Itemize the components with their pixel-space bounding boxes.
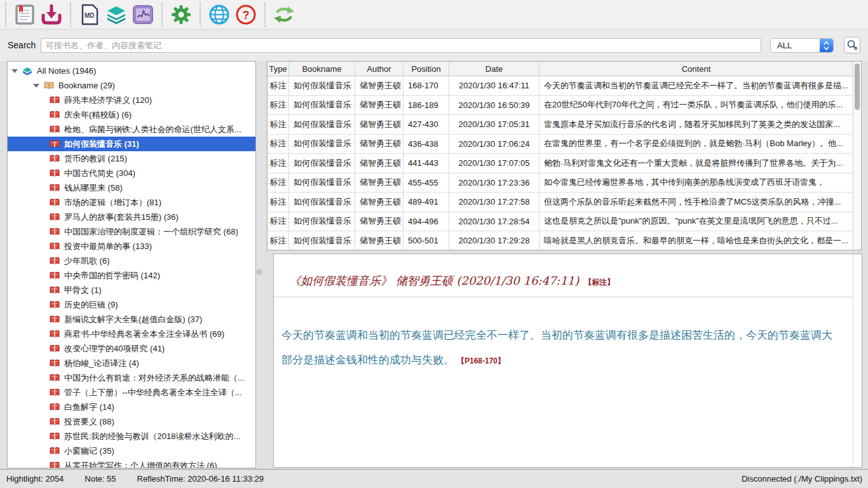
detail-scrollbar[interactable] bbox=[853, 254, 862, 467]
import-download-button[interactable] bbox=[38, 2, 65, 27]
tree-item-book[interactable]: 钱从哪里来 (58) bbox=[8, 180, 255, 195]
svg-text:?: ? bbox=[243, 8, 250, 21]
cell-type: 标注 bbox=[268, 135, 289, 154]
tree-item-book[interactable]: 庆余年(精校版) (6) bbox=[8, 107, 255, 122]
web-button[interactable] bbox=[206, 2, 233, 27]
tree-item-book[interactable]: 杨伯峻_论语译注 (4) bbox=[8, 356, 255, 370]
tree-item-book[interactable]: 少年凯歌 (6) bbox=[8, 254, 255, 268]
tree-item-book[interactable]: 商君书-中华经典名著全本全注全译丛书 (69) bbox=[8, 327, 255, 341]
tree-item-book[interactable]: 薛兆丰经济学讲义 (120) bbox=[8, 93, 255, 107]
table-row[interactable]: 标注如何假装懂音乐储智勇王硕427-4302020/1/30 17:05:31雷… bbox=[268, 115, 853, 135]
tree-label: Bookname (29) bbox=[58, 81, 115, 90]
book-icon bbox=[50, 257, 60, 265]
layers-export-button[interactable] bbox=[103, 2, 130, 27]
tree-item-book[interactable]: 中国国家治理的制度逻辑：一个组织学研究 (68) bbox=[8, 224, 255, 239]
tree-item-book[interactable]: 中国古代简史 (304) bbox=[8, 166, 255, 180]
book-label: 中央帝国的哲学密码 (142) bbox=[64, 270, 160, 281]
detail-divider bbox=[274, 297, 853, 297]
chevron-up-down-icon bbox=[820, 39, 833, 52]
tree-item-book[interactable]: 投资中最简单的事 (133) bbox=[8, 239, 255, 254]
table-scrollbar[interactable] bbox=[853, 62, 861, 250]
toolbar-separator bbox=[264, 3, 266, 27]
table-scrollbar-thumb[interactable] bbox=[855, 64, 860, 110]
note-count: Note: 55 bbox=[85, 474, 116, 484]
cell-position: 455-455 bbox=[403, 173, 449, 193]
tree-item-book[interactable]: 改变心理学的40项研究 (41) bbox=[8, 341, 255, 356]
tree-item-book[interactable]: 如何假装懂音乐 (31) bbox=[8, 137, 255, 151]
book-label: 中国国家治理的制度逻辑：一个组织学研究 (68) bbox=[64, 226, 238, 238]
disclosure-triangle-icon[interactable] bbox=[11, 69, 18, 73]
cell-position: 489-491 bbox=[403, 193, 449, 212]
column-header-content[interactable]: Content bbox=[539, 62, 853, 76]
tree-item-book[interactable]: 新编说文解字大全集(超值白金版) (37) bbox=[8, 312, 255, 327]
settings-button[interactable] bbox=[168, 2, 194, 27]
tree-item-book[interactable]: 枪炮、病菌与钢铁:人类社会的命运(世纪人文系... bbox=[8, 122, 255, 137]
column-header-bookname[interactable]: Bookname bbox=[289, 62, 355, 76]
cell-position: 168-170 bbox=[403, 76, 449, 95]
tree-item-book[interactable]: 市场的逻辑（增订本）(81) bbox=[8, 195, 255, 210]
book-icon bbox=[50, 140, 60, 148]
tree-item-book[interactable]: 货币的教训 (215) bbox=[8, 151, 255, 166]
import-download-icon bbox=[41, 4, 62, 25]
sync-refresh-button[interactable] bbox=[271, 2, 297, 27]
tree-item-book[interactable]: 从零开始学写作：个人增值的有效方法 (6) bbox=[8, 458, 255, 468]
table-row[interactable]: 标注如何假装懂音乐储智勇王硕455-4552020/1/30 17:23:36如… bbox=[268, 173, 853, 193]
tree-item-book[interactable]: 罗马人的故事(套装共15册) (36) bbox=[8, 210, 255, 224]
book-label: 投资中最简单的事 (133) bbox=[64, 241, 152, 252]
tree-item-book[interactable]: 中国为什么有前途：对外经济关系的战略潜能（... bbox=[8, 370, 255, 385]
book-icon bbox=[50, 344, 60, 353]
table-row[interactable]: 标注如何假装懂音乐储智勇王硕168-1702020/1/30 16:47:11今… bbox=[268, 76, 853, 96]
table-row[interactable]: 标注如何假装懂音乐储智勇王硕441-4432020/1/30 17:07:05鲍… bbox=[268, 154, 853, 173]
settings-gear-icon bbox=[170, 4, 192, 25]
tree-item-bookname-group[interactable]: Bookname (29) bbox=[8, 78, 255, 93]
book-icon bbox=[50, 227, 60, 236]
book-label: 商君书-中华经典名著全本全注全译丛书 (69) bbox=[64, 329, 224, 340]
cell-bookname: 如何假装懂音乐 bbox=[289, 115, 355, 134]
detail-type-tag: 【标注】 bbox=[584, 278, 614, 287]
tree-item-book[interactable]: 管子（上下册）--中华经典名著全本全注全译（... bbox=[8, 385, 255, 400]
table-row[interactable]: 标注如何假装懂音乐储智勇王硕436-4382020/1/30 17:06:24在… bbox=[268, 135, 853, 154]
book-icon bbox=[50, 198, 60, 207]
column-header-date[interactable]: Date bbox=[449, 62, 539, 76]
search-scope-dropdown[interactable]: ALL bbox=[770, 38, 834, 53]
search-button[interactable] bbox=[844, 37, 860, 53]
cell-position: 427-430 bbox=[403, 115, 449, 134]
cell-bookname: 如何假装懂音乐 bbox=[289, 154, 355, 173]
help-button[interactable]: ? bbox=[233, 2, 259, 27]
book-label: 钱从哪里来 (58) bbox=[64, 182, 123, 194]
tree-item-book[interactable]: 历史的巨镜 (9) bbox=[8, 297, 255, 312]
disclosure-triangle-icon[interactable] bbox=[33, 84, 39, 88]
table-row[interactable]: 标注如何假装懂音乐储智勇王硕186-1892020/1/30 16:50:39在… bbox=[268, 96, 853, 116]
tree-item-book[interactable]: 小窗幽记 (35) bbox=[8, 444, 255, 458]
cell-bookname: 如何假装懂音乐 bbox=[289, 135, 355, 154]
table-row[interactable]: 标注如何假装懂音乐储智勇王硕489-4912020/1/30 17:27:58但… bbox=[268, 193, 853, 212]
cell-bookname: 如何假装懂音乐 bbox=[289, 212, 355, 231]
search-label: Search bbox=[8, 40, 36, 50]
splitter-handle[interactable] bbox=[257, 269, 262, 274]
cell-content: 今天的节奏蓝调和当初的节奏蓝调已经完全不一样了。当初的节奏蓝调有很多是描... bbox=[539, 76, 853, 95]
cell-date: 2020/1/30 17:27:58 bbox=[449, 193, 539, 212]
tree-item-book[interactable]: 中央帝国的哲学密码 (142) bbox=[8, 268, 255, 283]
cell-author: 储智勇王硕 bbox=[355, 231, 403, 250]
toolbar: MD bbox=[0, 0, 868, 29]
book-label: 管子（上下册）--中华经典名著全本全注全译（... bbox=[64, 387, 242, 398]
book-icon bbox=[50, 184, 60, 192]
tree-item-book[interactable]: 白鱼解字 (14) bbox=[8, 400, 255, 414]
refresh-time: RefleshTime: 2020-06-16 11:33:29 bbox=[137, 474, 264, 484]
tree-item-book[interactable]: 甲骨文 (1) bbox=[8, 283, 255, 297]
column-header-author[interactable]: Author bbox=[355, 62, 403, 76]
tree-item-book[interactable]: 苏世民:我的经验与教训（2018读桥水达利欧的... bbox=[8, 429, 255, 444]
book-icon bbox=[50, 461, 60, 468]
tree-item-all-notes[interactable]: All Notes (1946) bbox=[8, 64, 255, 78]
markdown-export-button[interactable]: MD bbox=[76, 2, 103, 27]
tree-item-book[interactable]: 投资要义 (88) bbox=[8, 414, 255, 429]
table-row[interactable]: 标注如何假装懂音乐储智勇王硕494-4962020/1/30 17:28:54这… bbox=[268, 212, 853, 232]
search-input[interactable] bbox=[41, 38, 761, 53]
notes-document-button[interactable] bbox=[11, 2, 38, 27]
column-header-position[interactable]: Position bbox=[403, 62, 449, 76]
table-row[interactable]: 标注如何假装懂音乐储智勇王硕500-5012020/1/30 17:29:28嘻… bbox=[268, 231, 853, 250]
column-header-type[interactable]: Type bbox=[268, 62, 289, 76]
cell-author: 储智勇王硕 bbox=[355, 154, 403, 173]
search-scope-value: ALL bbox=[771, 41, 820, 50]
stats-chart-button[interactable] bbox=[130, 2, 156, 27]
